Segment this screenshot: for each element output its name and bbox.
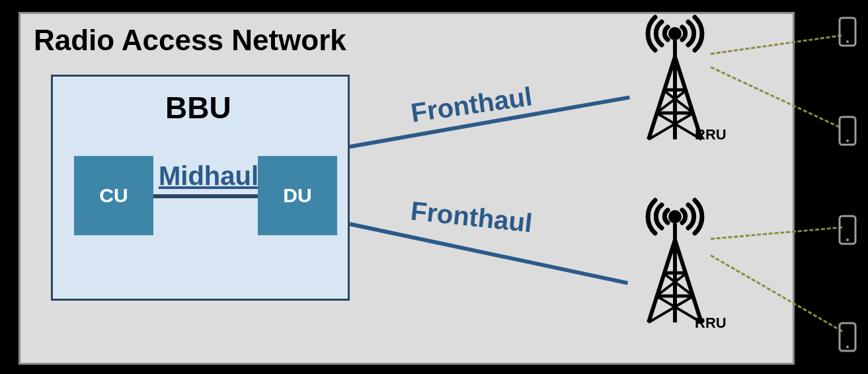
device-icon-4 [838, 322, 861, 354]
device-icon-1 [838, 17, 861, 48]
svg-point-23 [846, 139, 849, 142]
svg-point-0 [668, 27, 682, 40]
svg-point-27 [846, 346, 849, 348]
rru-label-1: RRU [695, 126, 727, 143]
device-icon-2 [838, 116, 861, 147]
rru-label-2: RRU [695, 315, 727, 332]
ran-title: Radio Access Network [34, 24, 346, 57]
cu-label: CU [99, 184, 128, 207]
cu-box: CU [74, 156, 153, 235]
tower-icon-1 [629, 11, 721, 143]
du-label: DU [283, 184, 311, 207]
device-icon-3 [838, 215, 861, 246]
fronthaul-label-2: Fronthaul [409, 196, 533, 238]
midhaul-line [153, 194, 258, 198]
fronthaul-label-1: Fronthaul [409, 81, 534, 128]
bbu-title: BBU [165, 90, 231, 126]
svg-point-10 [668, 210, 682, 223]
ran-container: Radio Access Network BBU CU Midhaul DU F… [19, 12, 795, 365]
tower-icon-2 [629, 194, 721, 326]
svg-point-21 [846, 40, 849, 43]
midhaul-label: Midhaul [159, 161, 258, 191]
du-box: DU [258, 156, 337, 235]
bbu-container: BBU CU Midhaul DU [51, 75, 350, 301]
svg-point-25 [846, 239, 849, 241]
